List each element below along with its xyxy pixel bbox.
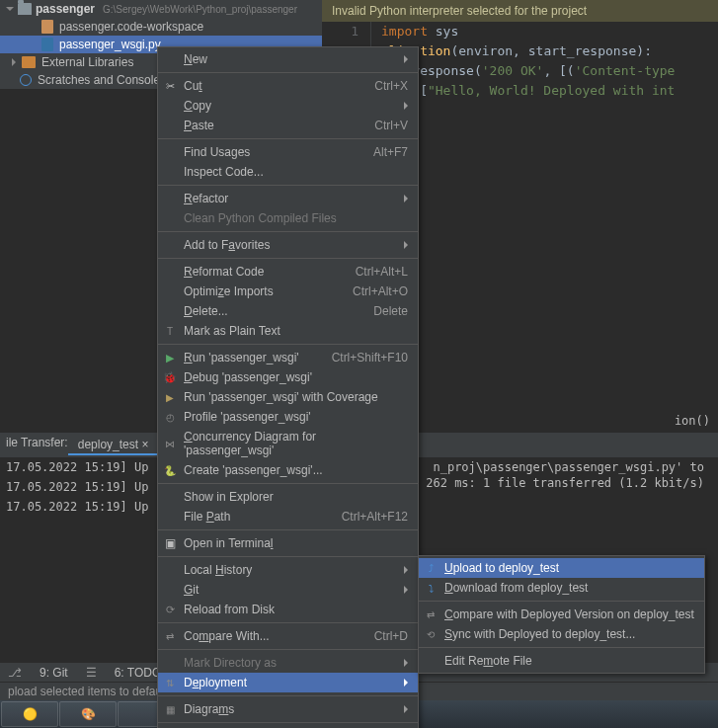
library-icon [22, 56, 36, 68]
scratches-icon [20, 74, 32, 86]
submenu-arrow-icon [404, 586, 408, 594]
log-fragment: 262 ms: 1 file transferred (1.2 kbit/s) [420, 473, 710, 493]
run-icon: ▶ [163, 351, 177, 364]
taskbar-paint[interactable]: 🎨 [59, 701, 117, 727]
menu-diagrams[interactable]: ▦Diagrams [158, 699, 418, 719]
file-name: passenger_wsgi.py [59, 38, 161, 51]
menu-paste[interactable]: PasteCtrl+V [158, 116, 418, 135]
menu-file-path[interactable]: File PathCtrl+Alt+F12 [158, 507, 418, 526]
context-menu: New ✂CutCtrl+X Copy PasteCtrl+V Find Usa… [157, 46, 419, 728]
upload-icon: ⤴ [424, 561, 438, 575]
project-name: passenger [36, 2, 95, 16]
menu-concurrency[interactable]: ⋈Concurrency Diagram for 'passenger_wsgi… [158, 427, 418, 460]
menu-upload[interactable]: ⤴Upload to deploy_test [419, 558, 704, 578]
menu-find-usages[interactable]: Find UsagesAlt+F7 [158, 142, 418, 162]
submenu-arrow-icon [404, 102, 408, 110]
submenu-arrow-icon [404, 241, 408, 249]
download-icon: ⤵ [424, 581, 438, 595]
menu-mark-plain-text[interactable]: TMark as Plain Text [158, 321, 418, 341]
bug-icon: 🐞 [163, 370, 177, 384]
menu-inspect-code[interactable]: Inspect Code... [158, 162, 418, 182]
menu-deployment[interactable]: ⇅Deployment [158, 673, 418, 692]
project-path: G:\Sergey\WebWork\Python_proj\passenger [103, 4, 297, 15]
submenu-arrow-icon [404, 659, 408, 667]
taskbar-chrome[interactable]: 🟡 [1, 701, 58, 727]
sync-icon: ⟲ [424, 627, 438, 641]
profile-icon: ◴ [163, 410, 177, 424]
menu-compare-deployed[interactable]: ⇄Compare with Deployed Version on deploy… [419, 605, 704, 624]
expand-icon[interactable] [6, 7, 14, 11]
menu-download[interactable]: ⤵Download from deploy_test [419, 578, 704, 598]
submenu-arrow-icon [404, 195, 408, 202]
submenu-arrow-icon [404, 679, 408, 687]
menu-show-explorer[interactable]: Show in Explorer [158, 487, 418, 507]
menu-new[interactable]: New [158, 49, 418, 69]
menu-git[interactable]: Git [158, 580, 418, 600]
label: External Libraries [41, 55, 133, 69]
menu-local-history[interactable]: Local History [158, 560, 418, 580]
line-number: 1 [322, 22, 371, 41]
menu-mark-directory[interactable]: Mark Directory as [158, 653, 418, 673]
menu-sync-deployed[interactable]: ⟲Sync with Deployed to deploy_test... [419, 624, 704, 644]
todo-tool-tab[interactable]: 6: TODO [115, 666, 162, 680]
label: Scratches and Consoles [38, 73, 166, 87]
code-text[interactable]: import sys [371, 22, 458, 41]
compare-icon: ⇄ [424, 607, 438, 621]
coverage-icon: ▶ [163, 390, 177, 404]
menu-clean-compiled[interactable]: Clean Python Compiled Files [158, 208, 418, 228]
diagram-icon: ▦ [163, 702, 177, 716]
menu-copy[interactable]: Copy [158, 96, 418, 116]
deployment-submenu: ⤴Upload to deploy_test ⤵Download from de… [418, 555, 705, 674]
folder-icon [18, 3, 32, 15]
scissors-icon: ✂ [163, 79, 177, 93]
diff-icon: ⇄ [163, 629, 177, 643]
reload-icon: ⟳ [163, 603, 177, 616]
menu-reformat[interactable]: Reformat CodeCtrl+Alt+L [158, 262, 418, 282]
menu-compare-with[interactable]: ⇄Compare With...Ctrl+D [158, 626, 418, 646]
project-root[interactable]: passenger G:\Sergey\WebWork\Python_proj\… [0, 0, 322, 18]
menu-run-coverage[interactable]: ▶Run 'passenger_wsgi' with Coverage [158, 387, 418, 407]
python-icon: 🐍 [163, 463, 177, 477]
submenu-arrow-icon [404, 566, 408, 574]
menu-run[interactable]: ▶Run 'passenger_wsgi'Ctrl+Shift+F10 [158, 348, 418, 367]
file-name: passenger.code-workspace [59, 20, 203, 34]
menu-profile[interactable]: ◴Profile 'passenger_wsgi' [158, 407, 418, 427]
menu-edit-remote[interactable]: Edit Remote File [419, 651, 704, 671]
submenu-arrow-icon [404, 705, 408, 713]
python-file-icon [41, 38, 53, 51]
menu-debug[interactable]: 🐞Debug 'passenger_wsgi' [158, 367, 418, 387]
submenu-arrow-icon [404, 55, 408, 63]
concurrency-icon: ⋈ [163, 437, 177, 450]
expand-icon[interactable] [12, 58, 16, 66]
file-icon [41, 20, 53, 34]
text-icon: T [163, 324, 177, 338]
menu-reload-disk[interactable]: ⟳Reload from Disk [158, 600, 418, 619]
menu-delete[interactable]: Delete...Delete [158, 301, 418, 321]
panel-label: ile Transfer: [6, 436, 68, 455]
git-tool-tab[interactable]: 9: Git [40, 666, 68, 680]
menu-create-config[interactable]: 🐍Create 'passenger_wsgi'... [158, 460, 418, 480]
menu-optimize-imports[interactable]: Optimize ImportsCtrl+Alt+O [158, 282, 418, 301]
terminal-icon: ▣ [163, 536, 177, 550]
menu-open-terminal[interactable]: ▣Open in Terminal [158, 533, 418, 553]
deployment-icon: ⇅ [163, 676, 177, 689]
interpreter-warning[interactable]: Invalid Python interpreter selected for … [322, 0, 718, 22]
menu-add-favorites[interactable]: Add to Favorites [158, 235, 418, 255]
transfer-tab[interactable]: deploy_test × [68, 436, 159, 455]
menu-refactor[interactable]: Refactor [158, 189, 418, 208]
log-fragment: ion() [675, 414, 710, 428]
menu-cut[interactable]: ✂CutCtrl+X [158, 76, 418, 96]
file-item[interactable]: passenger.code-workspace [0, 18, 322, 36]
